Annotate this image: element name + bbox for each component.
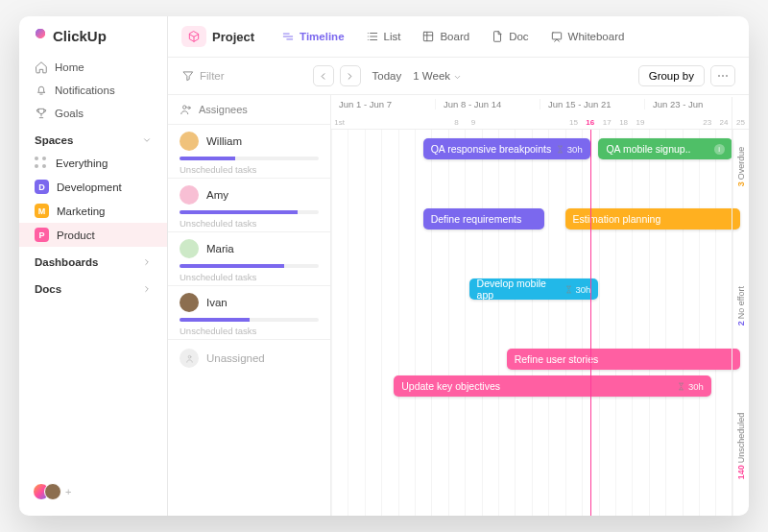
assignee-header[interactable]: Assignees [168, 95, 330, 124]
day-label [548, 118, 564, 127]
unscheduled-label: Unscheduled tasks [180, 272, 319, 282]
group-by-button[interactable]: Group by [638, 65, 705, 86]
user-avatars[interactable]: + [19, 475, 167, 508]
svg-point-3 [188, 107, 190, 109]
avatar [180, 185, 199, 205]
svg-rect-1 [552, 33, 561, 39]
assignee-row-ivan[interactable]: Ivan Unscheduled tasks [168, 285, 330, 339]
day-label [515, 118, 531, 127]
avatar [180, 132, 199, 151]
dashboards-header[interactable]: Dashboards [19, 247, 167, 274]
svg-point-2 [183, 106, 187, 109]
filter-icon [181, 69, 195, 83]
edge-noeffort[interactable]: 2No effort [732, 236, 749, 375]
space-development[interactable]: D Development [19, 175, 167, 199]
hourglass-icon [556, 145, 564, 154]
tab-board[interactable]: Board [414, 26, 477, 47]
nav-goals[interactable]: Goals [27, 102, 159, 125]
today-label[interactable]: Today [372, 70, 402, 82]
whiteboard-icon [550, 30, 564, 43]
space-everything[interactable]: Everything [19, 152, 167, 175]
task-qa-mobile[interactable]: QA mobile signup.. i [598, 138, 732, 159]
grid-icon [35, 157, 48, 170]
list-icon [366, 30, 379, 43]
task-meta: 30h [688, 381, 704, 392]
day-label [431, 118, 447, 127]
spaces-label: Spaces [35, 134, 73, 146]
brand-logo[interactable]: ClickUp [19, 28, 167, 56]
task-label: Refine user stories [515, 353, 599, 365]
day-label [398, 118, 415, 127]
task-qa-responsive[interactable]: QA responsive breakpoints 30h [423, 138, 590, 159]
next-button[interactable] [340, 65, 361, 86]
docs-header[interactable]: Docs [19, 274, 167, 301]
chevron-right-icon [142, 257, 152, 267]
nav-goals-label: Goals [55, 108, 84, 119]
tab-whiteboard-label: Whiteboard [568, 31, 625, 42]
day-label: 23 [699, 118, 715, 127]
task-label: QA responsive breakpoints [431, 143, 552, 155]
space-badge-m: M [35, 204, 49, 218]
tab-list[interactable]: List [358, 26, 409, 47]
tab-doc-label: Doc [509, 31, 528, 42]
timeline-canvas[interactable]: Jun 1 - Jun 7 Jun 8 - Jun 14 Jun 15 - Ju… [331, 95, 749, 516]
task-label: Develop mobile app [477, 278, 564, 300]
user-icon [180, 349, 199, 368]
progress-bar [180, 157, 319, 160]
more-button[interactable]: ⋯ [710, 65, 735, 86]
unscheduled-label: Unscheduled tasks [180, 326, 319, 336]
project-chip[interactable] [181, 26, 206, 47]
assignee-name: William [206, 135, 242, 147]
week-label: Jun 1 - Jun 7 [331, 99, 435, 109]
assignee-row-william[interactable]: William Unscheduled tasks [168, 124, 330, 178]
filter-label: Filter [200, 70, 225, 82]
task-estimation-planning[interactable]: Estimation planning [565, 208, 741, 230]
tab-whiteboard[interactable]: Whiteboard [542, 26, 633, 47]
assignee-row-maria[interactable]: Maria Unscheduled tasks [168, 231, 330, 285]
day-label [683, 118, 699, 127]
svg-point-4 [188, 355, 191, 358]
space-marketing[interactable]: M Marketing [19, 199, 167, 223]
range-select[interactable]: 1 Week [413, 70, 462, 82]
prev-button[interactable] [313, 65, 334, 86]
day-label: 9 [465, 118, 481, 127]
day-label [665, 118, 682, 127]
day-label: 15 [565, 118, 582, 127]
tab-doc[interactable]: Doc [483, 26, 536, 47]
nav-notifications[interactable]: Notifications [27, 79, 159, 102]
dashboards-label: Dashboards [35, 256, 98, 268]
space-product[interactable]: P Product [19, 223, 167, 247]
day-label [498, 118, 515, 127]
assignee-row-amy[interactable]: Amy Unscheduled tasks [168, 178, 330, 231]
task-update-objectives[interactable]: Update key objectives 30h [394, 375, 711, 397]
spaces-header[interactable]: Spaces [19, 125, 167, 152]
sidebar: ClickUp Home Notifications Goals Spaces … [19, 16, 168, 516]
task-refine-stories[interactable]: Refine user stories [507, 349, 741, 370]
day-label: 17 [599, 118, 615, 127]
info-icon: i [714, 144, 725, 155]
add-user-icon[interactable]: + [65, 486, 71, 497]
cube-icon [187, 30, 201, 43]
task-label: QA mobile signup.. [606, 143, 690, 155]
filter-button[interactable]: Filter [181, 69, 225, 83]
edge-unscheduled[interactable]: 140Unscheduled [732, 376, 749, 516]
filter-bar: Filter Today 1 Week Group by ⋯ [168, 58, 749, 95]
task-meta: 30h [567, 144, 583, 155]
trophy-icon [35, 107, 48, 120]
people-icon [180, 103, 193, 116]
progress-bar [180, 210, 319, 214]
nav-home[interactable]: Home [27, 56, 159, 79]
day-label [415, 118, 431, 127]
tab-list-label: List [384, 31, 401, 42]
tab-timeline[interactable]: Timeline [274, 26, 351, 47]
task-label: Update key objectives [401, 380, 500, 392]
assignee-row-unassigned[interactable]: Unassigned [168, 339, 330, 373]
doc-icon [491, 30, 504, 43]
board-icon [421, 30, 435, 43]
edge-overdue[interactable]: 3Overdue [732, 97, 749, 236]
avatar [180, 239, 199, 258]
task-define-requirements[interactable]: Define requirements [423, 208, 544, 230]
task-develop-mobile[interactable]: Develop mobile app 30h [469, 278, 599, 300]
week-label: Jun 8 - Jun 14 [435, 99, 540, 109]
assignee-name: Unassigned [206, 352, 265, 364]
